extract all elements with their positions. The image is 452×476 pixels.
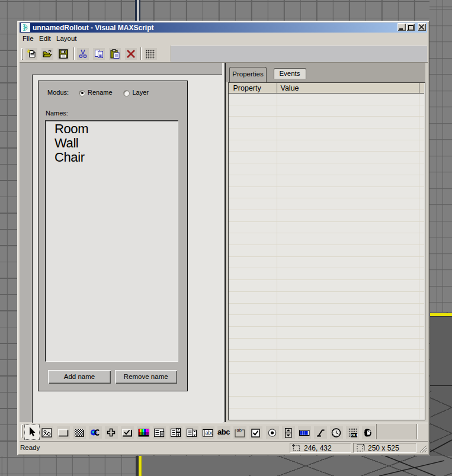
- svg-text:abc: abc: [205, 430, 213, 436]
- svg-text:OLE: OLE: [351, 433, 358, 437]
- svg-text:ab: ab: [237, 427, 242, 433]
